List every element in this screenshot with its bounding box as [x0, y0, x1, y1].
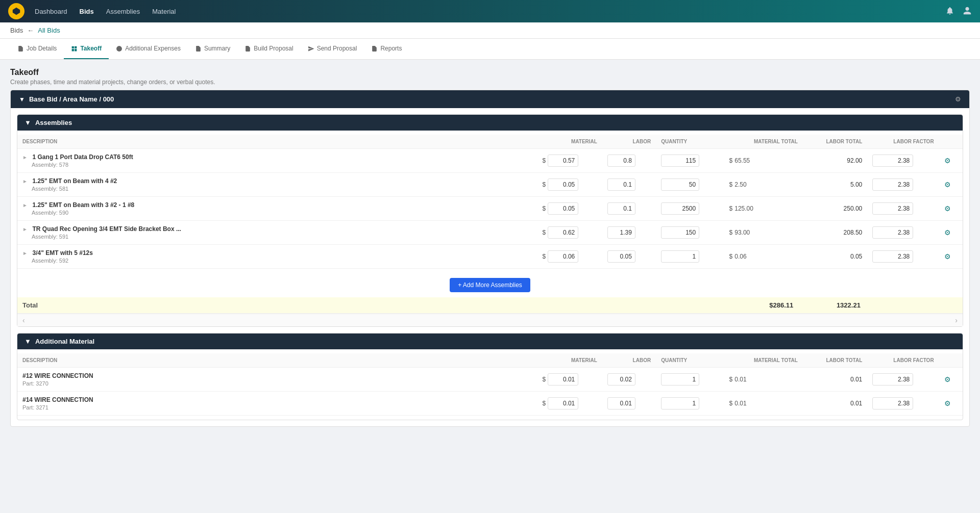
assembly-labor-factor-input-3[interactable]: [872, 226, 913, 239]
nav-dashboard[interactable]: Dashboard: [35, 8, 67, 15]
tab-reports[interactable]: Reports: [364, 39, 409, 59]
assembly-mattotal-dollar-4: $: [729, 253, 733, 260]
am-mat-total-1: 0.01: [734, 400, 746, 407]
am-labor-input-0[interactable]: [607, 373, 635, 386]
assembly-material-input-3[interactable]: [548, 226, 578, 239]
am-labor-factor-input-1[interactable]: [872, 397, 913, 409]
col-quantity: QUANTITY: [656, 135, 724, 149]
assembly-expand-0[interactable]: ►: [22, 155, 28, 160]
assembly-expand-1[interactable]: ►: [22, 178, 28, 184]
assembly-labor-input-2[interactable]: [607, 202, 635, 215]
base-bid-header: ▼ Base Bid / Area Name / 000 ⚙: [11, 90, 969, 108]
am-name-1: #14 WIRE CONNECTION: [22, 396, 93, 403]
col-description: DESCRIPTION: [17, 135, 537, 149]
breadcrumb-back[interactable]: All Bids: [38, 27, 60, 34]
total-label: Total: [17, 297, 537, 314]
am-gear-icon-1[interactable]: ⚙: [944, 399, 951, 407]
assembly-material-input-1[interactable]: [548, 178, 578, 191]
am-labor-total-1: 0.01: [803, 392, 867, 416]
user-icon[interactable]: [963, 6, 972, 17]
tab-summary[interactable]: Summary: [188, 39, 237, 59]
nav-assemblies[interactable]: Assemblies: [106, 8, 140, 15]
col-labor: LABOR: [602, 135, 656, 149]
assembly-labor-factor-input-2[interactable]: [872, 202, 913, 215]
assembly-expand-2[interactable]: ►: [22, 202, 28, 208]
additional-material-chevron[interactable]: ▼: [24, 338, 31, 345]
am-mat-total-0: 0.01: [734, 376, 746, 383]
tab-job-details[interactable]: Job Details: [10, 39, 64, 59]
svg-marker-0: [13, 8, 20, 15]
am-material-input-1[interactable]: [548, 397, 578, 409]
tab-additional-expenses[interactable]: Additional Expenses: [109, 39, 188, 59]
am-quantity-input-1[interactable]: [661, 397, 699, 409]
assembly-labor-factor-input-1[interactable]: [872, 178, 913, 191]
am-labor-factor-input-0[interactable]: [872, 373, 913, 386]
additional-material-row: #14 WIRE CONNECTION Part: 3271 $ $ 0.01 …: [17, 392, 963, 416]
assembly-quantity-input-1[interactable]: [661, 178, 699, 191]
am-part-1: Part: 3271: [22, 404, 48, 411]
scroll-left-button[interactable]: ‹: [22, 316, 25, 324]
assembly-quantity-input-2[interactable]: [661, 202, 699, 215]
assembly-material-input-4[interactable]: [548, 250, 578, 263]
base-bid-settings-icon[interactable]: ⚙: [955, 95, 961, 103]
assembly-id-3: Assembly: 591: [22, 234, 68, 240]
nav-right: [945, 6, 972, 17]
assembly-material-input-2[interactable]: [548, 202, 578, 215]
assembly-labor-factor-input-4[interactable]: [872, 250, 913, 263]
assembly-row: ► 1.25" EMT on Beam with 3 #2 - 1 #8 Ass…: [17, 197, 963, 221]
nav-links: Dashboard Bids Assemblies Material: [35, 8, 176, 15]
assemblies-table: DESCRIPTION MATERIAL LABOR QUANTITY MATE…: [17, 135, 963, 269]
assembly-labor-input-1[interactable]: [607, 178, 635, 191]
assemblies-title: Assemblies: [35, 119, 72, 126]
assembly-gear-icon-0[interactable]: ⚙: [944, 157, 951, 165]
scroll-right-button[interactable]: ›: [955, 316, 958, 324]
add-more-assemblies-button[interactable]: + Add More Assemblies: [450, 278, 530, 292]
assembly-labor-total-4: 0.05: [803, 245, 867, 269]
am-mattotal-dollar-0: $: [729, 376, 733, 383]
assembly-labor-input-4[interactable]: [607, 250, 635, 263]
assembly-id-1: Assembly: 581: [22, 186, 68, 192]
assembly-quantity-input-4[interactable]: [661, 250, 699, 263]
assembly-id-4: Assembly: 592: [22, 258, 68, 264]
assembly-labor-total-3: 208.50: [803, 221, 867, 245]
assembly-expand-3[interactable]: ►: [22, 226, 28, 232]
notification-icon[interactable]: [945, 6, 954, 17]
assembly-gear-icon-4[interactable]: ⚙: [944, 252, 951, 261]
col-am-description: DESCRIPTION: [17, 353, 537, 368]
assembly-quantity-input-3[interactable]: [661, 226, 699, 239]
assembly-mat-dollar-1: $: [543, 181, 546, 188]
assembly-name-1: 1.25" EMT on Beam with 4 #2: [33, 177, 117, 185]
base-bid-chevron[interactable]: ▼: [19, 96, 25, 103]
col-labor-total: LABOR TOTAL: [803, 135, 867, 149]
assembly-gear-icon-2[interactable]: ⚙: [944, 204, 951, 213]
back-arrow-icon: ←: [27, 27, 34, 34]
assembly-mattotal-dollar-3: $: [729, 229, 733, 236]
assembly-labor-factor-input-0[interactable]: [872, 155, 913, 167]
assembly-expand-4[interactable]: ►: [22, 250, 28, 256]
nav-bids[interactable]: Bids: [80, 8, 94, 15]
assembly-row: ► 3/4" EMT with 5 #12s Assembly: 592 $ $…: [17, 245, 963, 269]
nav-material[interactable]: Material: [152, 8, 176, 15]
col-am-labor-factor: LABOR FACTOR: [867, 353, 939, 368]
page-subtitle: Create phases, time and material project…: [10, 79, 970, 86]
assemblies-total-table: Total $286.11 1322.21: [17, 297, 963, 314]
assembly-name-0: 1 Gang 1 Port Data Drop CAT6 50ft: [33, 153, 133, 161]
logo[interactable]: [8, 3, 24, 19]
tab-send-proposal[interactable]: Send Proposal: [301, 39, 364, 59]
assembly-labor-input-3[interactable]: [607, 226, 635, 239]
assembly-labor-input-0[interactable]: [607, 155, 635, 167]
tab-build-proposal[interactable]: Build Proposal: [237, 39, 300, 59]
assembly-mat-total-2: 125.00: [734, 205, 753, 212]
assembly-gear-icon-1[interactable]: ⚙: [944, 181, 951, 189]
am-material-input-0[interactable]: [548, 373, 578, 386]
am-labor-input-1[interactable]: [607, 397, 635, 409]
am-gear-icon-0[interactable]: ⚙: [944, 375, 951, 383]
assembly-material-input-0[interactable]: [548, 155, 578, 167]
am-quantity-input-0[interactable]: [661, 373, 699, 386]
tab-takeoff[interactable]: Takeoff: [64, 39, 109, 59]
assembly-gear-icon-3[interactable]: ⚙: [944, 228, 951, 237]
assembly-quantity-input-0[interactable]: [661, 155, 699, 167]
assembly-id-0: Assembly: 578: [22, 162, 68, 168]
assemblies-chevron[interactable]: ▼: [24, 119, 31, 126]
assembly-mat-total-3: 93.00: [734, 229, 750, 236]
